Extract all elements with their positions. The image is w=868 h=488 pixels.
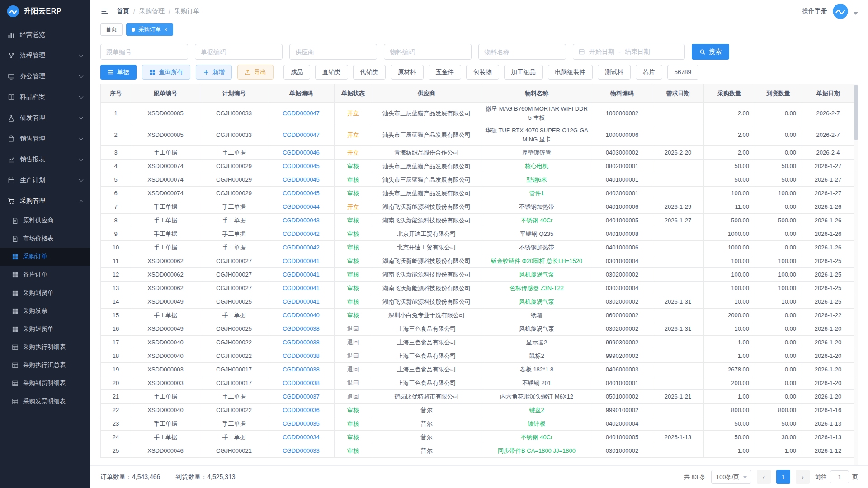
tab-home[interactable]: 首页	[100, 23, 123, 36]
category-chip[interactable]: 56789	[667, 65, 699, 80]
sidebar-subitem-invoice-detail[interactable]: 采购发票明细表	[0, 392, 90, 410]
doc-code-link[interactable]: CGDD000042	[283, 230, 320, 237]
doc-code-link[interactable]: CGDD000042	[283, 244, 320, 251]
table-row[interactable]: 1XSDD000085CGJH000033CGDD000047开立汕头市三辰蓝猫…	[101, 103, 854, 124]
table-row[interactable]: 21手工单据手工单据CGDD000037退回鹤岗比优特超市有限公司内六角花形沉头…	[101, 390, 854, 404]
table-row[interactable]: 10手工单据手工单据CGDD000042审核北京开迪工贸有限公司不锈钢加热带04…	[101, 241, 854, 254]
table-row[interactable]: 25XSDD000046CGJH000021CGDD000033审核普尔同步带件…	[101, 444, 854, 458]
table-row[interactable]: 23手工单据手工单据CGDD000035审核普尔镀锌板040200000450.…	[101, 417, 854, 431]
doc-code-link[interactable]: CGDD000037	[283, 393, 320, 400]
doc-code-link[interactable]: CGDD000045	[283, 190, 320, 197]
doc-code-link[interactable]: CGDD000038	[283, 325, 320, 332]
category-chip[interactable]: 电脑组装件	[548, 65, 593, 80]
sidebar-subitem-purchase-return[interactable]: 采购退货单	[0, 320, 90, 338]
table-row[interactable]: 19XSDD000003CGJH000017CGDD000038退回上海三色食品…	[101, 363, 854, 376]
doc-code-input[interactable]	[195, 44, 283, 60]
doc-code-link[interactable]: CGDD000034	[283, 434, 320, 441]
sidebar-subitem-exec-detail[interactable]: 采购执行明细表	[0, 338, 90, 356]
doc-code-link[interactable]: CGDD000045	[283, 176, 320, 183]
doc-code-link[interactable]: CGDD000047	[283, 110, 320, 117]
table-row[interactable]: 4XSDD000074CGJH000029CGDD000045审核汕头市三辰蓝猫…	[101, 160, 854, 173]
collapse-menu-icon[interactable]	[100, 7, 109, 16]
doc-code-link[interactable]: CGDD000040	[283, 312, 320, 319]
category-chip[interactable]: 成品	[283, 65, 310, 80]
doc-code-link[interactable]: CGDD000038	[283, 339, 320, 346]
table-row[interactable]: 11XSDD000062CGJH000027CGDD000041审核湖南飞沃新能…	[101, 254, 854, 268]
page-1-button[interactable]: 1	[776, 470, 790, 484]
sidebar-item-sales[interactable]: 销售管理	[0, 128, 90, 149]
date-range-picker[interactable]: 开始日期-结束日期	[573, 44, 685, 60]
doc-code-link[interactable]: CGDD000046	[283, 149, 320, 156]
doc-code-link[interactable]: CGDD000038	[283, 366, 320, 373]
table-row[interactable]: 12XSDD000062CGJH000027CGDD000041审核湖南飞沃新能…	[101, 268, 854, 282]
sidebar-subitem-stock-order[interactable]: 备库订单	[0, 266, 90, 284]
category-chip[interactable]: 加工组品	[504, 65, 543, 80]
doc-code-link[interactable]: CGDD000043	[283, 217, 320, 224]
category-chip[interactable]: 直销类	[315, 65, 348, 80]
manual-link[interactable]: 操作手册	[802, 7, 827, 15]
sidebar-item-production-plan[interactable]: 生产计划	[0, 170, 90, 191]
prev-page-button[interactable]	[757, 470, 771, 484]
sidebar-item-process[interactable]: 流程管理	[0, 45, 90, 66]
doc-code-link[interactable]: CGDD000036	[283, 407, 320, 413]
breadcrumb-home[interactable]: 首页	[117, 7, 129, 15]
table-row[interactable]: 16XSDD000049CGJH000025CGDD000038退回上海三色食品…	[101, 322, 854, 336]
material-name-input[interactable]	[478, 44, 566, 60]
sidebar-subitem-purchase-order[interactable]: 采购订单	[0, 248, 90, 266]
doc-code-link[interactable]: CGDD000035	[283, 420, 320, 427]
sidebar-subitem-arrival-detail[interactable]: 采购到货明细表	[0, 374, 90, 392]
doc-code-link[interactable]: CGDD000045	[283, 163, 320, 169]
category-chip[interactable]: 包装物	[466, 65, 499, 80]
doc-code-link[interactable]: CGDD000047	[283, 131, 320, 138]
sidebar-subitem-raw-supplier[interactable]: 原料供应商	[0, 211, 90, 230]
chevron-down-icon[interactable]	[854, 12, 858, 15]
sidebar-item-office[interactable]: 办公管理	[0, 66, 90, 87]
table-row[interactable]: 24手工单据手工单据CGDD000034审核普尔不锈钢 40Cr04010000…	[101, 431, 854, 444]
doc-code-link[interactable]: CGDD000041	[283, 285, 320, 291]
category-chip[interactable]: 代销类	[353, 65, 386, 80]
sidebar-item-overview[interactable]: 经营总览	[0, 24, 90, 45]
tab-purchase-order[interactable]: 采购订单×	[126, 23, 173, 36]
table-row[interactable]: 3手工单据手工单据CGDD000046开立青海纺织品股份合作公司厚壁镀锌管040…	[101, 146, 854, 160]
sidebar-item-material-archive[interactable]: 料品档案	[0, 87, 90, 108]
export-button[interactable]: 导出	[237, 65, 274, 80]
goto-page-input[interactable]	[830, 470, 849, 483]
table-row[interactable]: 15手工单据手工单据CGDD000040审核深圳小白兔专业干洗有限公司纸箱060…	[101, 309, 854, 322]
trace-no-input[interactable]	[100, 44, 188, 60]
table-row[interactable]: 13XSDD000062CGJH000027CGDD000041审核湖南飞沃新能…	[101, 282, 854, 295]
breadcrumb-purchase-mgmt[interactable]: 采购管理	[139, 7, 165, 15]
table-row[interactable]: 20XSDD000003CGJH000017CGDD000038退回上海三色食品…	[101, 376, 854, 390]
next-page-button[interactable]	[796, 470, 810, 484]
table-row[interactable]: 2XSDD000085CGJH000033CGDD000047开立汕头市三辰蓝猫…	[101, 124, 854, 146]
doc-code-link[interactable]: CGDD000041	[283, 271, 320, 278]
close-icon[interactable]: ×	[164, 27, 168, 33]
query-all-button[interactable]: 查询所有	[142, 65, 190, 80]
sidebar-subitem-purchase-invoice[interactable]: 采购发票	[0, 302, 90, 320]
category-chip[interactable]: 芯片	[636, 65, 662, 80]
table-row[interactable]: 14XSDD000049CGJH000025CGDD000041审核湖南飞沃新能…	[101, 295, 854, 309]
sidebar-subitem-market-price[interactable]: 市场价格表	[0, 230, 90, 248]
avatar[interactable]	[833, 4, 848, 19]
doc-code-link[interactable]: CGDD000044	[283, 203, 320, 210]
doc-code-link[interactable]: CGDD000038	[283, 352, 320, 359]
sidebar-item-sales-report[interactable]: 销售报表	[0, 149, 90, 170]
table-row[interactable]: 17XSDD000040CGJH000022CGDD000038退回上海三色食品…	[101, 336, 854, 349]
sidebar-subitem-exec-summary[interactable]: 采购执行汇总表	[0, 356, 90, 374]
supplier-input[interactable]	[289, 44, 377, 60]
breadcrumb-purchase-order[interactable]: 采购订单	[175, 7, 200, 15]
table-row[interactable]: 7手工单据手工单据CGDD000044开立湖南飞沃新能源科技股份有限公司不锈钢加…	[101, 200, 854, 214]
doc-code-link[interactable]: CGDD000033	[283, 447, 320, 454]
table-row[interactable]: 5XSDD000074CGJH000029CGDD000045审核汕头市三辰蓝猫…	[101, 173, 854, 187]
table-scrollbar-thumb[interactable]	[854, 85, 858, 140]
sidebar-subitem-purchase-arrival[interactable]: 采购到货单	[0, 284, 90, 302]
table-row[interactable]: 9手工单据手工单据CGDD000042审核北京开迪工贸有限公司平键钢 Q2350…	[101, 227, 854, 241]
doc-code-link[interactable]: CGDD000041	[283, 258, 320, 264]
doc-button[interactable]: 单据	[100, 65, 137, 80]
page-size-select[interactable]: 100条/页	[711, 470, 751, 484]
table-row[interactable]: 6XSDD000074CGJH000029CGDD000045审核汕头市三辰蓝猫…	[101, 187, 854, 200]
doc-code-link[interactable]: CGDD000038	[283, 380, 320, 386]
category-chip[interactable]: 测试料	[598, 65, 631, 80]
search-button[interactable]: 搜索	[692, 44, 729, 60]
add-button[interactable]: 新增	[196, 65, 232, 80]
sidebar-item-purchase[interactable]: 采购管理	[0, 191, 90, 211]
